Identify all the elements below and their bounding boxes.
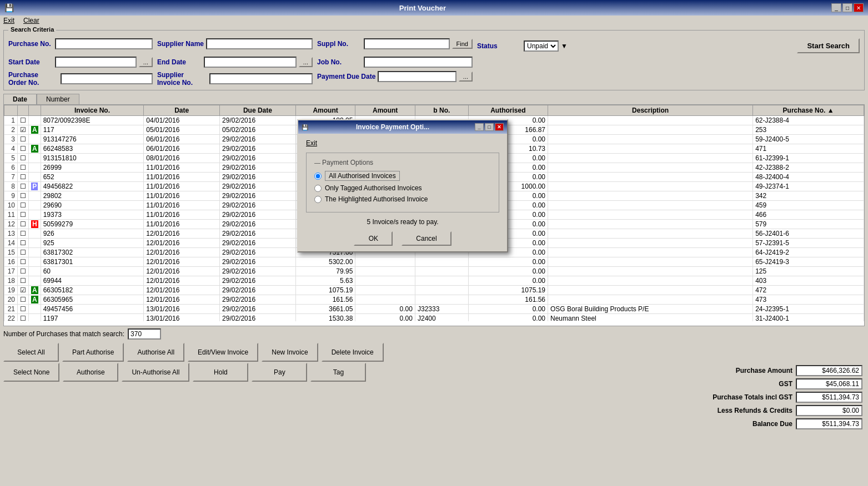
payment-option-3-radio[interactable] (314, 196, 322, 203)
dialog-buttons: OK Cancel (306, 231, 499, 246)
payment-option-1-radio[interactable] (314, 173, 322, 180)
payment-option-2-radio[interactable] (314, 185, 322, 192)
dialog-exit-menu[interactable]: Exit (306, 139, 317, 147)
dialog-close-button[interactable]: ✕ (495, 123, 504, 131)
dialog-title-bar: 💾 Invoice Payment Opti... _ □ ✕ (298, 120, 507, 134)
dialog-title-controls: _ □ ✕ (475, 123, 504, 131)
dialog-maximize-button[interactable]: □ (485, 123, 494, 131)
payment-option-1-row: All Authorised Invoices (314, 171, 491, 181)
payment-option-3-row: The Highlighted Authorised Invoice (314, 195, 491, 203)
payment-option-3-label: The Highlighted Authorised Invoice (325, 195, 428, 203)
payment-option-1-label: All Authorised Invoices (325, 171, 400, 181)
payment-options-group-label: — Payment Options (314, 159, 491, 166)
dialog-overlay: 💾 Invoice Payment Opti... _ □ ✕ Exit — P… (0, 0, 868, 470)
main-window: 💾 Print Voucher _ □ ✕ Exit Clear Search … (0, 0, 868, 470)
payment-option-2-label: Only Tagged Authorised Invoices (325, 184, 422, 192)
dialog-info-text: 5 Invoice/s ready to pay. (306, 218, 499, 226)
dialog-minimize-button[interactable]: _ (475, 123, 484, 131)
dialog-ok-button[interactable]: OK (354, 231, 393, 246)
dialog-body: Exit — Payment Options All Authorised In… (298, 134, 507, 251)
dialog-cancel-button[interactable]: Cancel (402, 231, 451, 246)
payment-option-2-row: Only Tagged Authorised Invoices (314, 184, 491, 192)
dialog-menu: Exit (306, 139, 499, 147)
dialog-box: 💾 Invoice Payment Opti... _ □ ✕ Exit — P… (297, 119, 508, 252)
dialog-icon: 💾 (302, 124, 310, 130)
dialog-title: Invoice Payment Opti... (356, 123, 429, 131)
payment-options-box: — Payment Options All Authorised Invoice… (306, 153, 499, 212)
